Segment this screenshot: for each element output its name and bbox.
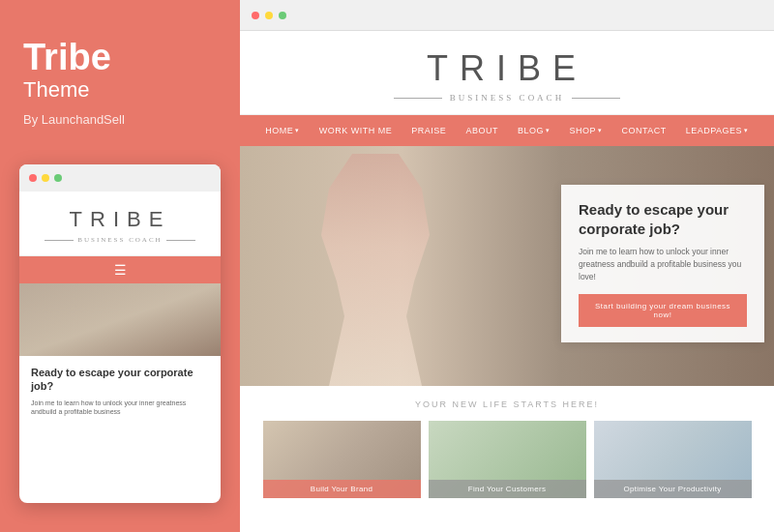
desktop-logo-divider: BUSINESS COACH: [240, 93, 774, 103]
mobile-hero-image: [19, 283, 221, 356]
dot-yellow: [42, 174, 49, 182]
mobile-browser-bar: [19, 164, 221, 192]
hero-figure: [298, 154, 453, 386]
mobile-heading: Ready to escape your corporate job?: [31, 366, 209, 394]
dline-right: [572, 98, 620, 99]
mobile-menu-bar[interactable]: ☰: [19, 256, 221, 283]
desktop-dot-green: [279, 12, 286, 19]
card-2: Find Your Customers: [429, 421, 586, 498]
chevron-down-icon: ▾: [546, 127, 551, 134]
hero-cta-button[interactable]: Start building your dream business now!: [579, 294, 747, 327]
nav-home[interactable]: HOME ▾: [255, 126, 310, 135]
cards-row: Build Your Brand Find Your Customers Opt…: [240, 421, 774, 498]
dot-green: [54, 174, 62, 182]
chevron-down-icon: ▾: [598, 127, 603, 134]
desktop-browser-bar: [240, 0, 774, 31]
desktop-header: TRIBE BUSINESS COACH: [240, 31, 774, 115]
mobile-logo: TRIBE: [39, 207, 201, 232]
theme-title: Tribe: [23, 39, 217, 75]
desktop-dot-red: [252, 12, 259, 19]
nav-praise[interactable]: PRAISE: [402, 126, 456, 135]
hero-overlay: Ready to escape your corporate job? Join…: [561, 185, 764, 342]
card-1: Build Your Brand: [263, 421, 421, 498]
mobile-hero-bg: [19, 283, 221, 356]
divider-line-left: [45, 240, 74, 241]
mobile-preview: TRIBE BUSINESS COACH ☰ Ready to escape y…: [19, 164, 221, 503]
mobile-logo-divider: BUSINESS COACH: [39, 236, 201, 244]
desktop-nav: HOME ▾ WORK WITH ME PRAISE ABOUT BLOG ▾ …: [240, 115, 774, 146]
nav-contact[interactable]: CONTACT: [611, 126, 675, 135]
desktop-section: YOUR NEW LIFE STARTS HERE! Build Your Br…: [240, 386, 774, 508]
mobile-body: Join me to learn how to unlock your inne…: [31, 399, 209, 418]
card-3: Optimise Your Productivity: [594, 421, 752, 498]
mobile-content: TRIBE BUSINESS COACH ☰ Ready to escape y…: [19, 192, 221, 427]
left-panel: Tribe Theme By LaunchandSell TRIBE BUSIN…: [0, 0, 240, 532]
nav-leadpages[interactable]: LEADPAGES ▾: [676, 126, 759, 135]
mobile-sub: BUSINESS COACH: [77, 236, 162, 244]
hero-person: [298, 154, 453, 386]
card-1-label: Build Your Brand: [263, 480, 421, 498]
card-2-label: Find Your Customers: [429, 480, 586, 498]
dot-red: [29, 174, 37, 182]
mobile-logo-area: TRIBE BUSINESS COACH: [19, 192, 221, 256]
mobile-text-area: Ready to escape your corporate job? Join…: [19, 356, 221, 427]
dline-left: [394, 98, 442, 99]
desktop-sub: BUSINESS COACH: [450, 93, 564, 103]
desktop-hero: Ready to escape your corporate job? Join…: [240, 146, 774, 386]
desktop-dot-yellow: [265, 12, 273, 19]
hero-title: Ready to escape your corporate job?: [579, 200, 747, 238]
nav-shop[interactable]: SHOP ▾: [559, 126, 611, 135]
section-subtitle: YOUR NEW LIFE STARTS HERE!: [240, 399, 774, 409]
desktop-preview: TRIBE BUSINESS COACH HOME ▾ WORK WITH ME…: [240, 0, 774, 532]
divider-line-right: [166, 240, 195, 241]
nav-blog[interactable]: BLOG ▾: [508, 126, 560, 135]
chevron-down-icon: ▾: [295, 127, 300, 134]
nav-about[interactable]: ABOUT: [456, 126, 508, 135]
hero-description: Join me to learn how to unlock your inne…: [579, 246, 747, 282]
desktop-logo: TRIBE: [427, 48, 587, 89]
theme-by: By LaunchandSell: [23, 112, 217, 127]
hamburger-icon: ☰: [114, 262, 127, 279]
card-3-label: Optimise Your Productivity: [594, 480, 752, 498]
theme-subtitle: Theme: [23, 77, 217, 103]
chevron-down-icon: ▾: [744, 127, 749, 134]
nav-work[interactable]: WORK WITH ME: [310, 126, 402, 135]
